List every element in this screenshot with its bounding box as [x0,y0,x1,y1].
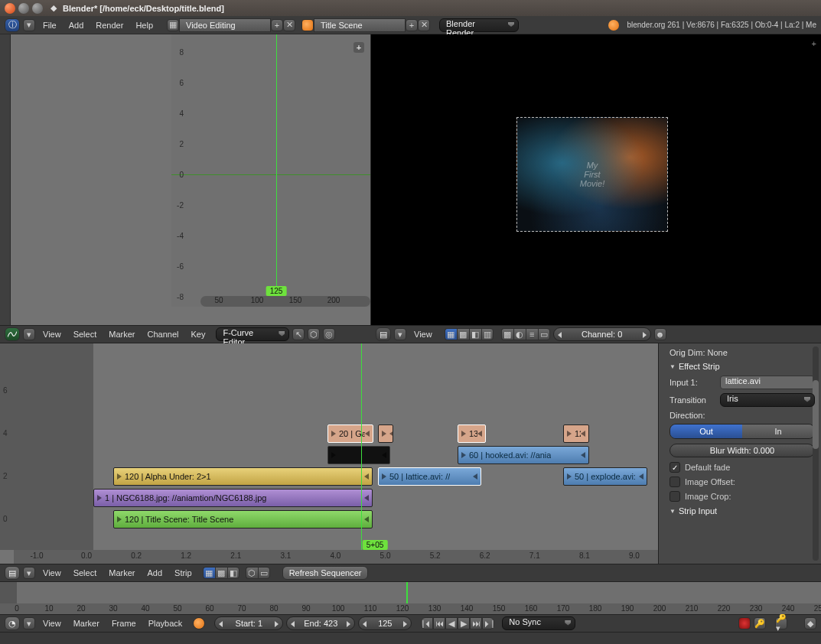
seq-menu-marker[interactable]: Marker [104,568,139,577]
fcurve-graph[interactable]: 125 + 8 6 4 2 0 -2 -4 -6 -8 50 100 150 2… [171,34,370,307]
menu-render[interactable]: Render [91,21,128,30]
blur-width-slider[interactable]: Blur Width: 0.000 [670,444,815,457]
sequencer-preview-area[interactable]: My First Movie! + [371,34,821,325]
fcurve-cursor-icon[interactable]: ↖ [292,328,305,340]
seq-strip[interactable]: 120 | Alpha Under: 2>1 [113,467,373,486]
tl-menu-view[interactable]: View [38,619,66,628]
tl-menu-playback[interactable]: Playback [144,619,187,628]
collapse-toggle[interactable]: ▾ [23,19,35,31]
screen-delete-button[interactable]: ✕ [283,19,295,31]
minimize-window-button[interactable] [18,3,29,14]
timeline-collapse-toggle[interactable]: ▾ [23,617,35,629]
fcurve-snap-icon[interactable]: ⬡ [308,328,320,340]
preview-zebra-icon[interactable]: ≡ [526,328,538,340]
seq-strip[interactable]: 1 | NGC6188.jpg: //aniamtion/NGC6188.jpg [93,489,373,507]
editor-type-info-icon[interactable]: ⓘ [5,18,20,32]
editor-type-timeline-icon[interactable]: ◔ [5,616,20,630]
preview-menu-view[interactable]: View [409,330,437,339]
render-engine-dropdown[interactable]: Blender Render [439,18,519,32]
seq-strip[interactable]: 12 | Wi [563,424,589,443]
scene-browse-icon[interactable] [301,19,314,31]
transition-dropdown[interactable]: Iris [720,393,815,407]
seq-playhead[interactable] [361,343,362,550]
keying-set-icon[interactable]: 🔑 [754,617,766,629]
insert-key-icon[interactable]: ◆ [804,617,816,629]
keying-dropdown-icon[interactable]: 🔑▾ [775,617,787,629]
preview-channel-color-icon[interactable]: ▩ [501,328,513,340]
play-reverse-icon[interactable]: ◀ [445,617,458,629]
editor-type-fcurve-icon[interactable] [5,327,20,341]
refresh-sequencer-button[interactable]: Refresh Sequencer [282,566,369,580]
prev-keyframe-icon[interactable]: ⏮ [433,617,445,629]
screen-browse-icon[interactable]: ▦ [167,19,179,31]
next-keyframe-icon[interactable]: ⏭ [470,617,482,629]
scene-field[interactable]: Title Scene [314,18,406,32]
tl-menu-frame[interactable]: Frame [107,619,141,628]
fcurve-mode-dropdown[interactable]: F-Curve Editor [216,327,289,341]
preview-channel-slider[interactable]: Channel: 0 [553,327,651,341]
tl-menu-marker[interactable]: Marker [69,619,104,628]
fcurve-collapse-toggle[interactable]: ▾ [23,328,35,340]
preview-mode-histogram-icon[interactable]: ▥ [481,328,494,340]
scene-add-button[interactable]: + [406,19,418,31]
seq-strip[interactable] [378,424,393,443]
fcurve-playhead[interactable] [276,34,277,296]
maximize-window-button[interactable] [32,3,43,14]
sequencer-tracks[interactable]: 0 2 4 6 120 | Title Scene: Title Scene1 … [0,343,658,564]
props-scrollbar[interactable] [813,346,819,561]
preview-mode-chroma-icon[interactable]: ◧ [469,328,481,340]
menu-file[interactable]: File [38,21,61,30]
screen-layout-field[interactable]: Video Editing [179,18,271,32]
seq-menu-add[interactable]: Add [142,568,167,577]
auto-keyframe-icon[interactable] [193,617,205,629]
screen-add-button[interactable]: + [271,19,283,31]
end-frame-field[interactable]: End: 423 [286,616,355,630]
fcurve-menu-channel[interactable]: Channel [142,330,183,339]
start-frame-field[interactable]: Start: 1 [214,616,283,630]
preview-channel-alpha-icon[interactable]: ◐ [513,328,526,340]
fcurve-channel-region[interactable] [0,34,11,325]
direction-out[interactable]: Out [670,424,742,438]
seq-view-preview-icon[interactable]: ▩ [215,567,227,579]
direction-toggle[interactable]: Out In [670,424,815,439]
timeline-area[interactable]: 0102030405060708090100110120130140150160… [0,582,821,614]
fcurve-expand-panel-button[interactable]: + [353,42,364,53]
seq-strip[interactable]: 50 | lattice.avi: // [378,467,481,486]
fcurve-menu-select[interactable]: Select [69,330,102,339]
scene-delete-button[interactable]: ✕ [418,19,430,31]
seq-strip[interactable] [327,446,390,464]
seq-strip[interactable]: 20 | Gamm [327,424,373,443]
editor-type-sequencer-preview-icon[interactable]: ▤ [376,327,391,341]
fcurve-menu-key[interactable]: Key [186,330,210,339]
fcurve-x-scrollbar[interactable]: 50 100 150 200 [200,296,370,307]
image-offset-checkbox[interactable] [670,476,680,487]
section-effect-strip[interactable]: Effect Strip [670,362,815,371]
seq-menu-strip[interactable]: Strip [170,568,197,577]
input1-field[interactable]: lattice.avi [720,376,815,389]
menu-add[interactable]: Add [64,21,89,30]
current-frame-field[interactable]: 125 [358,616,412,630]
preview-mode-image-icon[interactable]: ▦ [445,328,457,340]
seq-strip[interactable]: 120 | Title Scene: Title Scene [113,510,373,529]
sync-mode-dropdown[interactable]: No Sync [502,616,575,630]
play-icon[interactable]: ▶ [458,617,470,629]
preview-ghost-icon[interactable]: ☻ [654,328,666,340]
seq-collapse-toggle[interactable]: ▾ [23,567,35,579]
close-window-button[interactable] [5,3,15,14]
default-fade-checkbox[interactable]: ✓ [670,462,680,473]
seq-strip[interactable]: 60 | hooked.avi: //ania [458,446,589,464]
direction-in[interactable]: In [742,424,814,438]
seq-strip[interactable]: 50 | explode.avi: [563,467,647,486]
fcurve-menu-view[interactable]: View [38,330,66,339]
timeline-ruler[interactable]: 0102030405060708090100110120130140150160… [0,603,821,614]
seq-show-frames-icon[interactable]: ▭ [258,567,270,579]
seq-view-sequence-icon[interactable]: ▦ [203,567,215,579]
timeline-playhead[interactable] [406,582,408,603]
preview-mode-luma-icon[interactable]: ▩ [457,328,469,340]
preview-collapse-toggle[interactable]: ▾ [394,328,406,340]
record-icon[interactable] [738,617,751,629]
seq-view-both-icon[interactable]: ◧ [227,567,239,579]
seq-strip[interactable]: 13 | Wi [458,424,486,443]
jump-start-icon[interactable]: |⏴ [421,617,433,629]
fcurve-menu-marker[interactable]: Marker [104,330,139,339]
